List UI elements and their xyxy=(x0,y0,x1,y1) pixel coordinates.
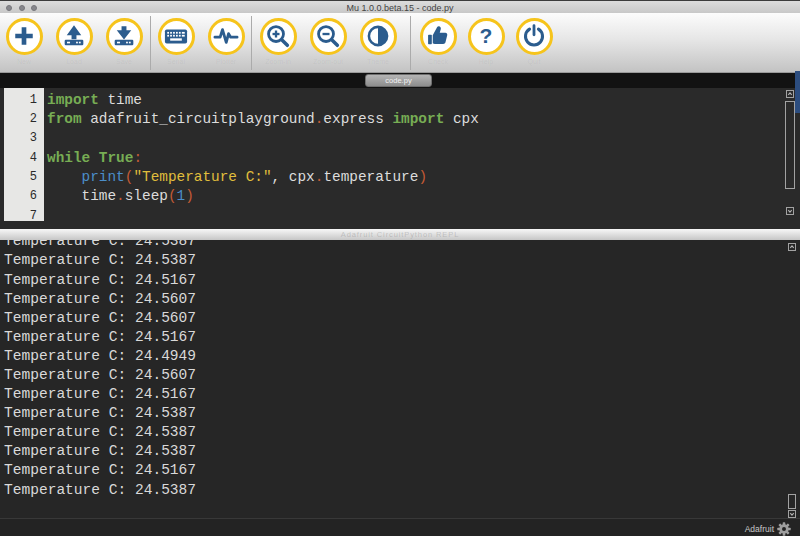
svg-text:?: ? xyxy=(479,24,492,47)
